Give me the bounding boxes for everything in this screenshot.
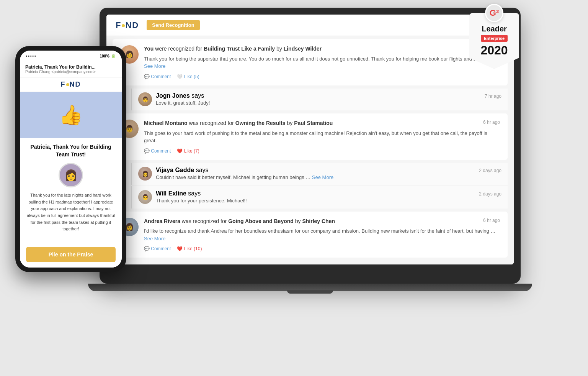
comment-button-2[interactable]: 💬 Comment [144,148,171,154]
feed-item-3: 👩 Andrea Rivera was recognized for Going… [113,212,508,258]
laptop-notch [287,290,333,294]
feed-content-3: Andrea Rivera was recognized for Going A… [144,218,500,252]
feed-item-main-2: 👨 Michael Montano was recognized for Own… [120,120,500,154]
comment-main-2a: 👩 Vijaya Gadde says 2 days ago Couldn't … [138,167,501,181]
feed-name-3: Andrea Rivera [144,218,180,224]
laptop-screen: FND Send Recognition Your Balance 👩 You … [106,15,514,264]
g2-badge: G² Leader Enterprise 2020 [469,4,519,69]
feed-content-2: Michael Montano was recognized for Ownin… [144,120,500,154]
comment-item-1: 👨 Jogn Jones says 7 hr ago Love it, grea… [131,89,508,111]
comment-button-3[interactable]: 💬 Comment [144,246,171,251]
g2-logo: G² [485,4,503,22]
feed-title-1: You were recognized for Building Trust L… [144,45,500,53]
comment-name-2b: Will Exline says [156,190,201,197]
feed-person-1: Lindsey Wilder [284,46,322,52]
comment-button-1[interactable]: 💬 Comment [144,74,171,79]
phone-screen: ••••• 100% 🔋 Patricia, Thank You for Bui… [20,51,122,268]
commenter-2b: Will Exline [156,190,186,197]
phone-fond-header: FND [20,77,122,92]
feed-body-2: This goes to your hard work of pushing i… [144,130,500,144]
comment-name-1: Jogn Jones says [156,92,204,99]
phone-status-bar: ••••• 100% 🔋 [20,51,122,61]
phone-email-title: Patricia, Thank You for Building Team Tr… [26,143,116,158]
phone-recipient-avatar: 👩 [59,163,83,187]
feed-body-3: I'd like to recognize and thank Andrea f… [144,227,500,242]
like-button-3[interactable]: ❤️ Like (10) [177,246,202,251]
comment-body-2a: Couldn't have said it better myself. Mic… [156,174,501,181]
phone-content: Patricia, Thank You for Building Team Tr… [20,138,122,268]
feed-content-1: You were recognized for Building Trust L… [144,45,500,79]
battery-icon: 🔋 [111,54,116,58]
comment-item-2b: 👨 Will Exline says 2 days ago Thank you … [131,186,508,209]
feed-actions-3: 💬 Comment ❤️ Like (10) [144,246,500,251]
fond-logo: FND [116,20,139,30]
avatar-will: 👨 [138,190,152,204]
comment-main-2b: 👨 Will Exline says 2 days ago Thank you … [138,190,501,205]
battery-percent: 100% [100,54,109,58]
phone-status-right: 100% 🔋 [100,54,116,58]
feed-title-3: Andrea Rivera was recognized for Going A… [144,218,335,225]
feed-item-1: 👩 You were recognized for Building Trust… [113,39,508,85]
comment-header-2b: Will Exline says 2 days ago [156,190,501,197]
like-button-2[interactable]: ❤️ Like (7) [177,148,199,154]
feed-time-2: 6 hr ago [483,120,500,125]
pile-on-praise-button[interactable]: Pile on the Praise [26,247,116,262]
feed-item-main-3: 👩 Andrea Rivera was recognized for Going… [120,218,500,252]
feed-actions-1: 💬 Comment 🤍 Like (5) [144,74,500,79]
email-subject: Patricia, Thank You for Buildin... [25,64,116,70]
comment-item-2a: 👩 Vijaya Gadde says 2 days ago Couldn't … [131,163,508,185]
feed-item-main-1: 👩 You were recognized for Building Trust… [120,45,500,79]
phone-fond-logo: FND [61,80,81,89]
phone-email-body: Thank you for the late nights and hard w… [26,192,116,243]
signal-dots: ••••• [26,54,37,58]
comment-time-2b: 2 days ago [479,191,501,197]
feed-badge-3: Going Above and Beyond [228,218,294,224]
feed-you: You [144,46,154,52]
g2-enterprise-label: Enterprise [481,35,508,42]
hero-emoji: 👍 [59,104,83,126]
fond-header: FND Send Recognition Your Balance [106,15,514,36]
comment-body-1: Love it, great stuff, Judy! [156,99,501,107]
laptop-base [88,284,532,291]
comment-body-2b: Thank you for your persistence, Michael!… [156,197,501,205]
see-more-2a[interactable]: See More [312,174,333,180]
like-button-1[interactable]: 🤍 Like (5) [177,74,199,79]
laptop-device: FND Send Recognition Your Balance 👩 You … [100,8,521,284]
feed-name-2: Michael Montano [144,120,188,126]
feed-item-2: 👨 Michael Montano was recognized for Own… [113,113,508,160]
feed-actions-2: 💬 Comment ❤️ Like (7) [144,148,500,154]
see-more-1[interactable]: See More [144,63,165,69]
phone-device: ••••• 100% 🔋 Patricia, Thank You for Bui… [15,46,126,272]
avatar-jogn: 👨 [138,92,152,106]
commenter-1: Jogn Jones [156,92,190,99]
phone-email-header: Patricia, Thank You for Buildin... Patri… [20,61,122,77]
feed-person-2: Paul Stamatiou [294,120,333,126]
g2-leader-label: Leader [473,25,515,33]
email-from: Patricia Chang <patricia@company.com> [25,70,116,74]
g2-year-label: 2020 [473,43,515,57]
commenter-2a: Vijaya Gadde [156,167,194,173]
see-more-3[interactable]: See More [144,236,165,241]
phone-avatar-container: 👩 [26,163,116,187]
feed-title-2: Michael Montano was recognized for Ownin… [144,120,333,127]
comment-content-1: Jogn Jones says 7 hr ago Love it, great … [156,92,501,107]
comment-content-2b: Will Exline says 2 days ago Thank you fo… [156,190,501,205]
comment-name-2a: Vijaya Gadde says [156,167,209,174]
feed-body-1: Thank you for being the superstar that y… [144,55,500,70]
feed-badge-2: Owning the Results [235,120,286,126]
feed-time-3: 6 hr ago [483,218,500,223]
comment-main-1: 👨 Jogn Jones says 7 hr ago Love it, grea… [138,92,501,107]
comment-time-1: 7 hr ago [485,94,501,99]
avatar-vijaya: 👩 [138,167,152,181]
send-recognition-button[interactable]: Send Recognition [147,20,200,30]
feed-person-3: Shirley Chen [302,218,335,224]
phone-hero-image: 👍 [20,92,122,138]
comment-time-2a: 2 days ago [479,168,501,173]
activity-feed: 👩 You were recognized for Building Trust… [106,36,514,264]
comment-header-2a: Vijaya Gadde says 2 days ago [156,167,501,174]
comment-content-2a: Vijaya Gadde says 2 days ago Couldn't ha… [156,167,501,181]
feed-badge-1: Building Trust Like a Family [204,46,275,52]
comment-header-1: Jogn Jones says 7 hr ago [156,92,501,99]
